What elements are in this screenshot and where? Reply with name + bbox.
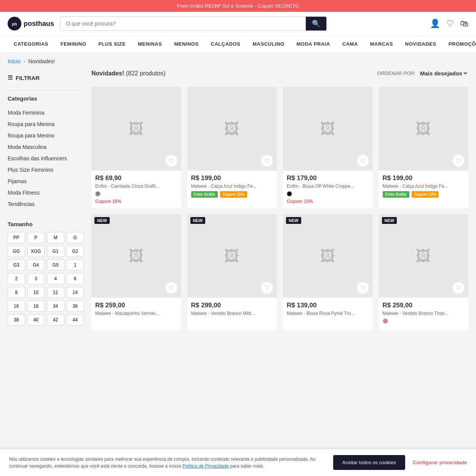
image-placeholder-icon: 🖼 <box>320 248 335 265</box>
size-button-8[interactable]: 8 <box>8 287 25 298</box>
cart-icon[interactable]: 🛍 <box>460 19 468 29</box>
product-price: R$ 299,00 <box>191 302 273 309</box>
size-button-3[interactable]: 3 <box>27 273 45 284</box>
size-button-44[interactable]: 44 <box>67 314 84 326</box>
size-button-40[interactable]: 40 <box>27 314 45 326</box>
size-button-16[interactable]: 16 <box>8 300 25 312</box>
category-plus-size-feminino[interactable]: Plus Size Feminino <box>8 164 84 176</box>
logo-text: posthaus <box>24 20 54 28</box>
breadcrumb-home[interactable]: Início <box>8 58 20 64</box>
size-button-2[interactable]: 2 <box>8 273 25 284</box>
product-image: NEW 🖼 ♡ <box>283 214 373 298</box>
nav-meninas[interactable]: MENINAS <box>132 36 168 52</box>
size-button-g1[interactable]: G1 <box>47 246 64 257</box>
nav-meninos[interactable]: MENINOS <box>168 36 204 52</box>
nav-plus-size[interactable]: PLUS SIZE <box>92 36 132 52</box>
product-card-1[interactable]: 🖼 ♡ R$ 69,90 Enfim - Camiseta Cinza Graf… <box>91 87 181 208</box>
size-button-18[interactable]: 18 <box>27 300 45 312</box>
wishlist-icon[interactable]: ♡ <box>446 19 454 29</box>
image-placeholder-icon: 🖼 <box>129 248 144 265</box>
product-name: Malwee - Calça Azul Índigo Fe... <box>191 184 273 189</box>
wishlist-button[interactable]: ♡ <box>261 155 273 167</box>
size-button-4[interactable]: 4 <box>47 273 64 284</box>
size-button-g3[interactable]: G3 <box>8 259 25 271</box>
nav-novidades[interactable]: NOVIDADES <box>399 36 442 52</box>
size-button-m[interactable]: M <box>47 232 64 243</box>
product-card-5[interactable]: NEW 🖼 ♡ R$ 259,00 Malwee - Macaquinho Ve… <box>91 214 181 330</box>
size-button-38[interactable]: 38 <box>8 314 25 326</box>
logo[interactable]: ph posthaus <box>8 17 54 30</box>
sort-select[interactable]: Mais desejados Menor preço Maior preço M… <box>418 70 468 77</box>
nav-cama[interactable]: CAMA <box>336 36 364 52</box>
product-card-7[interactable]: NEW 🖼 ♡ R$ 139,00 Malwee - Blusa Rosa Py… <box>283 214 373 330</box>
product-card-3[interactable]: 🖼 ♡ R$ 179,00 Enfim - Blusa Off White Cr… <box>283 87 373 208</box>
account-icon[interactable]: 👤 <box>430 19 440 29</box>
product-price: R$ 179,00 <box>287 174 369 182</box>
nav-masculino[interactable]: MASCULINO <box>246 36 290 52</box>
size-button-g2[interactable]: G2 <box>67 246 84 257</box>
size-button-6[interactable]: 6 <box>67 273 84 284</box>
header-icons: 👤 ♡ 🛍 <box>430 19 468 29</box>
category-influencers[interactable]: Escolhas das Influencers <box>8 153 84 164</box>
size-button-g5[interactable]: G5 <box>47 259 64 271</box>
size-button-pp[interactable]: PP <box>8 232 25 243</box>
size-button-12[interactable]: 12 <box>47 287 64 298</box>
tag-discount: Cupom 15% <box>287 199 313 204</box>
wishlist-button[interactable]: ♡ <box>452 282 465 294</box>
search-input[interactable] <box>61 17 306 30</box>
search-button[interactable]: 🔍 <box>306 17 326 30</box>
size-button-g4[interactable]: G4 <box>27 259 45 271</box>
size-button-34[interactable]: 34 <box>47 300 64 312</box>
color-dot <box>287 191 292 196</box>
size-button-1[interactable]: 1 <box>67 259 84 271</box>
size-button-p[interactable]: P <box>27 232 45 243</box>
size-button-g[interactable]: G <box>67 232 84 243</box>
wishlist-button[interactable]: ♡ <box>357 155 369 167</box>
product-price: R$ 199,00 <box>191 174 273 182</box>
size-button-14[interactable]: 14 <box>67 287 84 298</box>
size-button-42[interactable]: 42 <box>47 314 64 326</box>
size-button-36[interactable]: 36 <box>67 300 84 312</box>
wishlist-button[interactable]: ♡ <box>165 155 177 167</box>
product-info: R$ 179,00 Enfim - Blusa Off White Croppe… <box>283 171 373 208</box>
product-area: Novidades! (822 produtos) ORDENAR POR: M… <box>91 70 468 330</box>
size-button-10[interactable]: 10 <box>27 287 45 298</box>
size-button-gg[interactable]: GG <box>8 246 25 257</box>
nav-moda-praia[interactable]: MODA PRAIA <box>290 36 336 52</box>
main-layout: ☰ FILTRAR Categorias Moda Feminina Roupa… <box>0 70 476 337</box>
product-image: NEW 🖼 ♡ <box>187 214 277 298</box>
nav-marcas[interactable]: MARCAS <box>364 36 399 52</box>
size-title: Tamanho <box>8 221 84 227</box>
size-button-xgg[interactable]: XGG <box>27 246 45 257</box>
category-moda-masculina[interactable]: Moda Masculina <box>8 141 84 153</box>
product-name: Malwee - Vestido Branco Midi... <box>191 311 273 316</box>
image-placeholder-icon: 🖼 <box>416 248 431 265</box>
product-card-4[interactable]: 🖼 ♡ R$ 199,00 Malwee - Calça Azul Índigo… <box>379 87 469 208</box>
wishlist-button[interactable]: ♡ <box>261 282 273 294</box>
image-placeholder-icon: 🖼 <box>224 120 240 137</box>
category-moda-fitness[interactable]: Moda Fitness <box>8 187 84 198</box>
product-card-6[interactable]: NEW 🖼 ♡ R$ 299,00 Malwee - Vestido Branc… <box>187 214 277 330</box>
tag-discount: Cupom 15% <box>95 199 121 204</box>
nav-promocoes[interactable]: PROMOÇÕES <box>442 36 476 52</box>
product-image: 🖼 ♡ <box>379 87 469 171</box>
category-tendencias[interactable]: Tendências <box>8 198 84 210</box>
wishlist-button[interactable]: ♡ <box>357 282 369 294</box>
product-colors <box>95 191 177 196</box>
filter-icon: ☰ <box>8 74 13 81</box>
product-colors <box>287 191 369 196</box>
wishlist-button[interactable]: ♡ <box>165 282 177 294</box>
wishlist-button[interactable]: ♡ <box>452 155 465 167</box>
category-moda-feminina[interactable]: Moda Feminina <box>8 107 84 118</box>
nav-feminino[interactable]: FEMININO <box>54 36 93 52</box>
filter-header[interactable]: ☰ FILTRAR <box>8 70 84 86</box>
nav-calcados[interactable]: CALÇADOS <box>205 36 247 52</box>
nav-categorias[interactable]: CATEGORIAS <box>8 36 54 52</box>
category-roupa-menino[interactable]: Roupa para Menino <box>8 130 84 141</box>
product-card-2[interactable]: 🖼 ♡ R$ 199,00 Malwee - Calça Azul Índigo… <box>187 87 277 208</box>
product-info: R$ 199,00 Malwee - Calça Azul Índigo Fe.… <box>379 171 469 201</box>
product-tags: Cupom 15% <box>287 199 369 204</box>
category-roupa-menina[interactable]: Roupa para Menina <box>8 118 84 130</box>
category-pijamas[interactable]: Pijamas <box>8 176 84 187</box>
product-card-8[interactable]: NEW 🖼 ♡ R$ 259,00 Malwee - Vestido Branc… <box>379 214 469 330</box>
